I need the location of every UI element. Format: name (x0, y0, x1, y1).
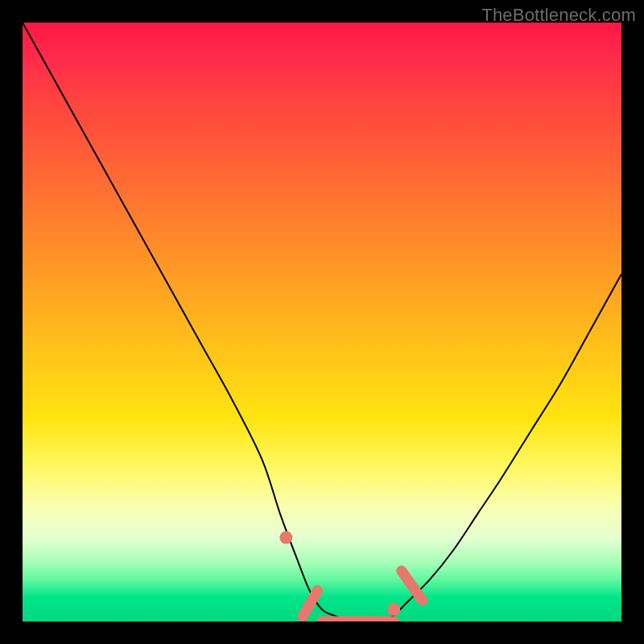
chart-frame: TheBottleneck.com (0, 0, 644, 644)
bottleneck-curve (23, 23, 621, 621)
plot-area (23, 23, 621, 621)
marker-left-dash (303, 591, 318, 617)
marker-right-dash (402, 571, 423, 601)
curve-overlay (23, 23, 621, 621)
marker-left-joint (279, 531, 292, 544)
watermark-text: TheBottleneck.com (481, 5, 636, 26)
marker-right-dot (387, 603, 400, 616)
